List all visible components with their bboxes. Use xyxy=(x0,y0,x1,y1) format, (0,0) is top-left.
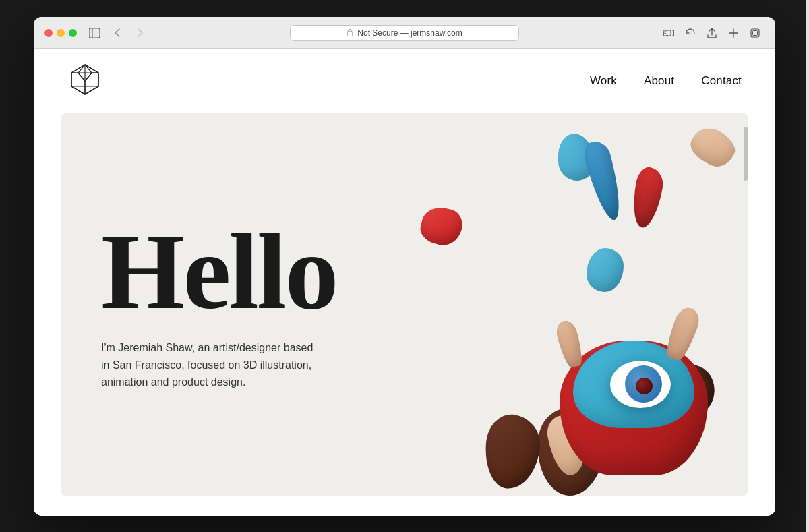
reload-button[interactable] xyxy=(681,25,700,41)
illustration-area xyxy=(301,113,748,496)
hero-text-area: Hello I'm Jeremiah Shaw, an artist/desig… xyxy=(101,218,336,391)
nav-work-link[interactable]: Work xyxy=(590,74,617,88)
svg-marker-9 xyxy=(85,73,98,94)
svg-rect-6 xyxy=(753,30,758,35)
browser-actions xyxy=(659,25,765,41)
browser-chrome: Not Secure — jermshaw.com xyxy=(34,17,775,49)
maximize-button[interactable] xyxy=(69,29,77,37)
blob-red-h xyxy=(417,203,466,249)
website-content: Work About Contact Hello I'm Jeremiah Sh… xyxy=(34,49,775,516)
blob-red-right xyxy=(628,165,665,230)
svg-marker-10 xyxy=(71,73,85,94)
finger-skin-1 xyxy=(662,304,702,363)
hero-description: I'm Jeremiah Shaw, an artist/designer ba… xyxy=(101,339,317,391)
traffic-lights xyxy=(44,29,77,37)
cast-button[interactable] xyxy=(659,25,678,41)
share-button[interactable] xyxy=(702,25,721,41)
address-bar-container: Not Secure — jermshaw.com xyxy=(158,25,651,41)
svg-rect-0 xyxy=(89,28,100,38)
close-button[interactable] xyxy=(44,29,53,37)
browser-window: Not Secure — jermshaw.com xyxy=(34,17,775,516)
finger-skin-2 xyxy=(553,318,585,369)
address-bar[interactable]: Not Secure — jermshaw.com xyxy=(290,25,519,41)
svg-rect-2 xyxy=(347,32,353,36)
svg-rect-5 xyxy=(751,29,759,37)
blob-brown-bottom xyxy=(482,412,542,491)
forward-button[interactable] xyxy=(131,25,150,41)
tab-overview-button[interactable] xyxy=(746,25,765,41)
url-text: Not Secure — jermshaw.com xyxy=(357,28,462,38)
blob-blue-finger xyxy=(581,138,627,223)
site-logo[interactable] xyxy=(67,62,102,100)
lock-icon xyxy=(347,28,353,38)
back-button[interactable] xyxy=(108,25,127,41)
new-tab-button[interactable] xyxy=(724,25,743,41)
sidebar-toggle-button[interactable] xyxy=(85,25,104,41)
browser-controls xyxy=(85,25,150,41)
nav-about-link[interactable]: About xyxy=(644,74,674,88)
blob-cyan-mid xyxy=(587,248,624,292)
hero-section: Hello I'm Jeremiah Shaw, an artist/desig… xyxy=(61,113,748,496)
hero-heading: Hello xyxy=(101,218,336,326)
blob-skin-top-right xyxy=(686,121,740,173)
nav-contact-link[interactable]: Contact xyxy=(701,74,742,88)
site-header: Work About Contact xyxy=(34,49,775,113)
minimize-button[interactable] xyxy=(57,29,65,37)
svg-point-4 xyxy=(666,34,668,36)
eye-pupil xyxy=(636,378,653,394)
site-nav: Work About Contact xyxy=(590,74,742,88)
